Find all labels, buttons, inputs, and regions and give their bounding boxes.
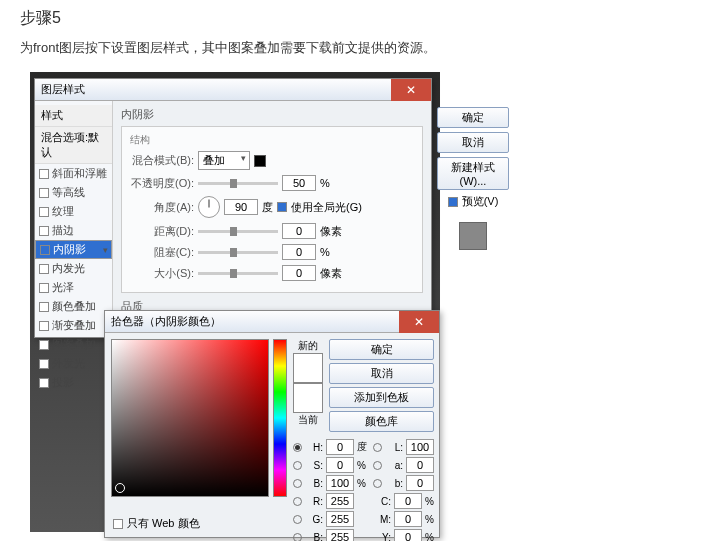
picker-cancel-button[interactable]: 取消	[329, 363, 434, 384]
preview-checkbox[interactable]	[448, 197, 458, 207]
ok-button[interactable]: 确定	[437, 107, 509, 128]
blend-mode-label: 混合模式(B):	[130, 153, 194, 168]
color-lib-button[interactable]: 颜色库	[329, 411, 434, 432]
sidebar-item-10[interactable]: 外发光	[35, 354, 112, 373]
dialog-main-panel: 内阴影 结构 混合模式(B): 叠加 不透明度(O): 50 % 角度(A):	[113, 101, 431, 337]
sidebar-item-label: 等高线	[52, 185, 85, 200]
web-only-checkbox[interactable]	[113, 519, 123, 529]
dialog-title: 拾色器（内阴影颜色）	[111, 314, 221, 329]
blend-mode-select[interactable]: 叠加	[198, 151, 250, 170]
size-label: 大小(S):	[130, 266, 194, 281]
checkbox-icon[interactable]	[39, 378, 49, 388]
close-icon[interactable]: ✕	[399, 311, 439, 333]
sidebar-item-11[interactable]: 投影	[35, 373, 112, 392]
sidebar-item-8[interactable]: 渐变叠加	[35, 316, 112, 335]
sidebar-item-4[interactable]: 内阴影	[35, 240, 112, 259]
sidebar-header-styles[interactable]: 样式	[35, 105, 112, 127]
add-swatch-button[interactable]: 添加到色板	[329, 387, 434, 408]
sidebar-item-0[interactable]: 斜面和浮雕	[35, 164, 112, 183]
opacity-slider[interactable]	[198, 182, 278, 185]
step-title: 步骤5	[20, 8, 700, 29]
global-light-checkbox[interactable]	[277, 202, 287, 212]
dialog-titlebar[interactable]: 拾色器（内阴影颜色） ✕	[105, 311, 439, 333]
sidebar-item-label: 光泽	[52, 280, 74, 295]
g-input[interactable]: 255	[326, 511, 354, 527]
b-radio[interactable]	[293, 479, 302, 488]
r-radio[interactable]	[293, 497, 302, 506]
sidebar-item-9[interactable]: 图案叠加	[35, 335, 112, 354]
choke-slider[interactable]	[198, 251, 278, 254]
cancel-button[interactable]: 取消	[437, 132, 509, 153]
a-radio[interactable]	[373, 461, 382, 470]
sidebar-item-2[interactable]: 纹理	[35, 202, 112, 221]
size-slider[interactable]	[198, 272, 278, 275]
l-input[interactable]: 100	[406, 439, 434, 455]
h-radio[interactable]	[293, 443, 302, 452]
checkbox-icon[interactable]	[40, 245, 50, 255]
g-radio[interactable]	[293, 515, 302, 524]
bl-input[interactable]: 255	[326, 529, 354, 541]
sidebar-item-1[interactable]: 等高线	[35, 183, 112, 202]
sidebar-item-5[interactable]: 内发光	[35, 259, 112, 278]
checkbox-icon[interactable]	[39, 264, 49, 274]
bl-radio[interactable]	[293, 533, 302, 542]
sidebar-item-3[interactable]: 描边	[35, 221, 112, 240]
sidebar-item-label: 描边	[52, 223, 74, 238]
distance-label: 距离(D):	[130, 224, 194, 239]
checkbox-icon[interactable]	[39, 188, 49, 198]
step-description: 为front图层按下设置图层样式，其中图案叠加需要下载前文提供的资源。	[20, 39, 700, 57]
dialog-titlebar[interactable]: 图层样式 ✕	[35, 79, 431, 101]
opacity-unit: %	[320, 177, 330, 189]
distance-input[interactable]: 0	[282, 223, 316, 239]
checkbox-icon[interactable]	[39, 169, 49, 179]
preview-swatch	[459, 222, 487, 250]
picker-ok-button[interactable]: 确定	[329, 339, 434, 360]
angle-input[interactable]: 90	[224, 199, 258, 215]
m-input[interactable]: 0	[394, 511, 422, 527]
s-radio[interactable]	[293, 461, 302, 470]
sidebar-item-label: 纹理	[52, 204, 74, 219]
choke-input[interactable]: 0	[282, 244, 316, 260]
checkbox-icon[interactable]	[39, 302, 49, 312]
size-unit: 像素	[320, 266, 342, 281]
br-input[interactable]: 100	[326, 475, 354, 491]
checkbox-icon[interactable]	[39, 207, 49, 217]
c-input[interactable]: 0	[394, 493, 422, 509]
size-input[interactable]: 0	[282, 265, 316, 281]
checkbox-icon[interactable]	[39, 321, 49, 331]
global-light-label: 使用全局光(G)	[291, 200, 362, 215]
sidebar-item-label: 图案叠加	[52, 337, 96, 352]
angle-dial[interactable]	[198, 196, 220, 218]
new-style-button[interactable]: 新建样式(W)...	[437, 157, 509, 190]
choke-label: 阻塞(C):	[130, 245, 194, 260]
hue-slider[interactable]	[273, 339, 287, 497]
lab-b-radio[interactable]	[373, 479, 382, 488]
layer-style-dialog: 图层样式 ✕ 样式 混合选项:默认 斜面和浮雕等高线纹理描边内阴影内发光光泽颜色…	[34, 78, 432, 338]
distance-slider[interactable]	[198, 230, 278, 233]
r-input[interactable]: 255	[326, 493, 354, 509]
s-input[interactable]: 0	[326, 457, 354, 473]
checkbox-icon[interactable]	[39, 226, 49, 236]
sidebar-item-6[interactable]: 光泽	[35, 278, 112, 297]
l-radio[interactable]	[373, 443, 382, 452]
checkbox-icon[interactable]	[39, 283, 49, 293]
sidebar-item-label: 斜面和浮雕	[52, 166, 107, 181]
sidebar-item-label: 渐变叠加	[52, 318, 96, 333]
close-icon[interactable]: ✕	[391, 79, 431, 101]
color-field[interactable]	[111, 339, 269, 497]
y-input[interactable]: 0	[394, 529, 422, 541]
lab-b-input[interactable]: 0	[406, 475, 434, 491]
styles-sidebar: 样式 混合选项:默认 斜面和浮雕等高线纹理描边内阴影内发光光泽颜色叠加渐变叠加图…	[35, 101, 113, 337]
h-input[interactable]: 0	[326, 439, 354, 455]
checkbox-icon[interactable]	[39, 340, 49, 350]
a-input[interactable]: 0	[406, 457, 434, 473]
choke-unit: %	[320, 246, 330, 258]
sidebar-header-blend[interactable]: 混合选项:默认	[35, 127, 112, 164]
color-swatch[interactable]	[254, 155, 266, 167]
structure-label: 结构	[130, 133, 414, 147]
checkbox-icon[interactable]	[39, 359, 49, 369]
sidebar-item-7[interactable]: 颜色叠加	[35, 297, 112, 316]
color-picker-dialog: 拾色器（内阴影颜色） ✕ 新的 当前 确定 取消 添加到色板	[104, 310, 440, 538]
web-only-label: 只有 Web 颜色	[127, 516, 200, 531]
opacity-input[interactable]: 50	[282, 175, 316, 191]
